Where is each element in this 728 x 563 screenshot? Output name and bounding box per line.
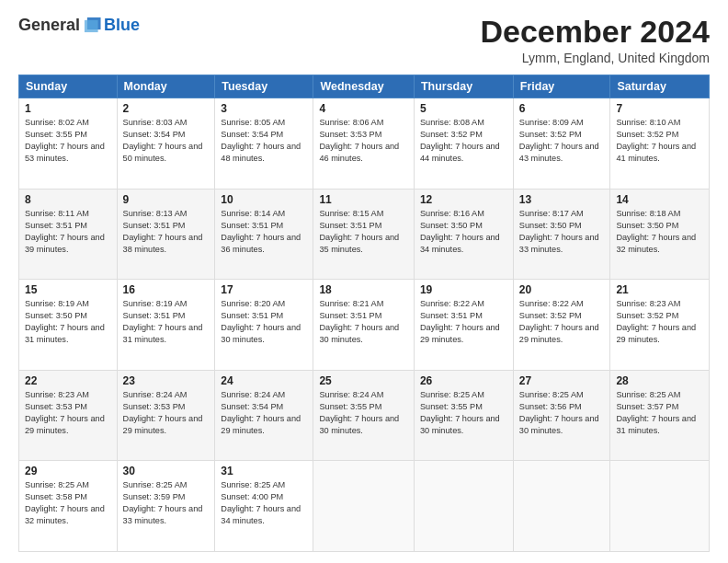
location: Lymm, England, United Kingdom [480,51,710,65]
calendar: Sunday Monday Tuesday Wednesday Thursday… [18,75,710,552]
day-number: 2 [123,102,210,115]
day-info: Sunrise: 8:22 AMSunset: 3:52 PMDaylight:… [519,298,605,346]
day-info: Sunrise: 8:24 AMSunset: 3:54 PMDaylight:… [221,389,307,437]
calendar-cell: 18Sunrise: 8:21 AMSunset: 3:51 PMDayligh… [313,280,414,371]
day-number: 14 [616,193,703,206]
calendar-cell: 14Sunrise: 8:18 AMSunset: 3:50 PMDayligh… [610,189,710,280]
calendar-table: Sunday Monday Tuesday Wednesday Thursday… [18,75,710,552]
calendar-cell: 16Sunrise: 8:19 AMSunset: 3:51 PMDayligh… [117,280,215,371]
calendar-cell: 3Sunrise: 8:05 AMSunset: 3:54 PMDaylight… [215,98,313,190]
day-number: 22 [25,374,111,387]
day-number: 9 [123,193,210,206]
day-info: Sunrise: 8:02 AMSunset: 3:55 PMDaylight:… [25,117,111,165]
day-number: 31 [221,465,307,477]
col-sunday: Sunday [19,75,118,98]
calendar-cell: 20Sunrise: 8:22 AMSunset: 3:52 PMDayligh… [513,280,610,371]
calendar-cell: 13Sunrise: 8:17 AMSunset: 3:50 PMDayligh… [513,189,610,280]
calendar-cell: 24Sunrise: 8:24 AMSunset: 3:54 PMDayligh… [215,370,313,461]
logo-text: General Blue [18,15,140,35]
page: General Blue December 2024 Lymm, England… [0,0,728,563]
calendar-cell [414,461,513,552]
calendar-cell: 21Sunrise: 8:23 AMSunset: 3:52 PMDayligh… [610,280,710,371]
calendar-cell: 30Sunrise: 8:25 AMSunset: 3:59 PMDayligh… [117,461,215,552]
day-number: 29 [25,465,111,477]
day-number: 7 [616,102,703,115]
calendar-cell: 1Sunrise: 8:02 AMSunset: 3:55 PMDaylight… [19,98,118,190]
day-number: 26 [420,374,507,387]
header-row: Sunday Monday Tuesday Wednesday Thursday… [19,75,710,98]
calendar-row: 29Sunrise: 8:25 AMSunset: 3:58 PMDayligh… [19,461,710,552]
day-number: 28 [616,374,703,387]
day-info: Sunrise: 8:16 AMSunset: 3:50 PMDaylight:… [420,208,507,256]
day-info: Sunrise: 8:20 AMSunset: 3:51 PMDaylight:… [221,298,307,346]
day-number: 25 [319,374,407,387]
calendar-cell: 9Sunrise: 8:13 AMSunset: 3:51 PMDaylight… [117,189,215,280]
day-number: 1 [25,102,111,115]
col-tuesday: Tuesday [215,75,313,98]
calendar-cell: 27Sunrise: 8:25 AMSunset: 3:56 PMDayligh… [513,370,610,461]
month-title: December 2024 [480,15,710,49]
day-number: 5 [420,102,507,115]
day-info: Sunrise: 8:05 AMSunset: 3:54 PMDaylight:… [221,117,307,165]
day-info: Sunrise: 8:22 AMSunset: 3:51 PMDaylight:… [420,298,507,346]
day-number: 27 [519,374,605,387]
calendar-cell: 28Sunrise: 8:25 AMSunset: 3:57 PMDayligh… [610,370,710,461]
day-info: Sunrise: 8:25 AMSunset: 3:58 PMDaylight:… [25,479,111,527]
day-info: Sunrise: 8:11 AMSunset: 3:51 PMDaylight:… [25,208,111,256]
col-monday: Monday [117,75,215,98]
day-info: Sunrise: 8:06 AMSunset: 3:53 PMDaylight:… [319,117,407,165]
day-info: Sunrise: 8:13 AMSunset: 3:51 PMDaylight:… [123,208,210,256]
day-info: Sunrise: 8:23 AMSunset: 3:53 PMDaylight:… [25,389,111,437]
calendar-cell: 12Sunrise: 8:16 AMSunset: 3:50 PMDayligh… [414,189,513,280]
day-number: 30 [123,465,210,477]
calendar-cell [610,461,710,552]
day-info: Sunrise: 8:24 AMSunset: 3:53 PMDaylight:… [123,389,210,437]
day-info: Sunrise: 8:10 AMSunset: 3:52 PMDaylight:… [616,117,703,165]
day-info: Sunrise: 8:25 AMSunset: 3:55 PMDaylight:… [420,389,507,437]
day-number: 21 [616,283,703,296]
day-number: 10 [221,193,307,206]
day-info: Sunrise: 8:03 AMSunset: 3:54 PMDaylight:… [123,117,210,165]
day-info: Sunrise: 8:25 AMSunset: 3:57 PMDaylight:… [616,389,703,437]
calendar-cell: 19Sunrise: 8:22 AMSunset: 3:51 PMDayligh… [414,280,513,371]
calendar-cell: 7Sunrise: 8:10 AMSunset: 3:52 PMDaylight… [610,98,710,190]
day-number: 24 [221,374,307,387]
day-number: 23 [123,374,210,387]
day-number: 13 [519,193,605,206]
day-number: 12 [420,193,507,206]
day-info: Sunrise: 8:18 AMSunset: 3:50 PMDaylight:… [616,208,703,256]
day-number: 20 [519,283,605,296]
calendar-cell: 26Sunrise: 8:25 AMSunset: 3:55 PMDayligh… [414,370,513,461]
day-info: Sunrise: 8:17 AMSunset: 3:50 PMDaylight:… [519,208,605,256]
logo: General Blue [18,15,140,35]
col-friday: Friday [513,75,610,98]
day-number: 4 [319,102,407,115]
day-info: Sunrise: 8:25 AMSunset: 3:59 PMDaylight:… [123,479,210,527]
day-number: 16 [123,283,210,296]
calendar-row: 15Sunrise: 8:19 AMSunset: 3:50 PMDayligh… [19,280,710,371]
day-info: Sunrise: 8:19 AMSunset: 3:50 PMDaylight:… [25,298,111,346]
day-info: Sunrise: 8:25 AMSunset: 4:00 PMDaylight:… [221,479,307,527]
calendar-cell: 2Sunrise: 8:03 AMSunset: 3:54 PMDaylight… [117,98,215,190]
col-saturday: Saturday [610,75,710,98]
day-info: Sunrise: 8:23 AMSunset: 3:52 PMDaylight:… [616,298,703,346]
day-info: Sunrise: 8:09 AMSunset: 3:52 PMDaylight:… [519,117,605,165]
day-number: 19 [420,283,507,296]
logo-general: General [18,16,80,35]
day-number: 15 [25,283,111,296]
day-info: Sunrise: 8:14 AMSunset: 3:51 PMDaylight:… [221,208,307,256]
calendar-cell: 4Sunrise: 8:06 AMSunset: 3:53 PMDaylight… [313,98,414,190]
calendar-cell: 25Sunrise: 8:24 AMSunset: 3:55 PMDayligh… [313,370,414,461]
calendar-cell: 22Sunrise: 8:23 AMSunset: 3:53 PMDayligh… [19,370,118,461]
day-info: Sunrise: 8:08 AMSunset: 3:52 PMDaylight:… [420,117,507,165]
col-wednesday: Wednesday [313,75,414,98]
logo-blue: Blue [104,16,140,35]
calendar-cell: 11Sunrise: 8:15 AMSunset: 3:51 PMDayligh… [313,189,414,280]
day-number: 17 [221,283,307,296]
calendar-cell: 15Sunrise: 8:19 AMSunset: 3:50 PMDayligh… [19,280,118,371]
calendar-cell: 17Sunrise: 8:20 AMSunset: 3:51 PMDayligh… [215,280,313,371]
calendar-row: 8Sunrise: 8:11 AMSunset: 3:51 PMDaylight… [19,189,710,280]
day-number: 11 [319,193,407,206]
day-number: 6 [519,102,605,115]
col-thursday: Thursday [414,75,513,98]
